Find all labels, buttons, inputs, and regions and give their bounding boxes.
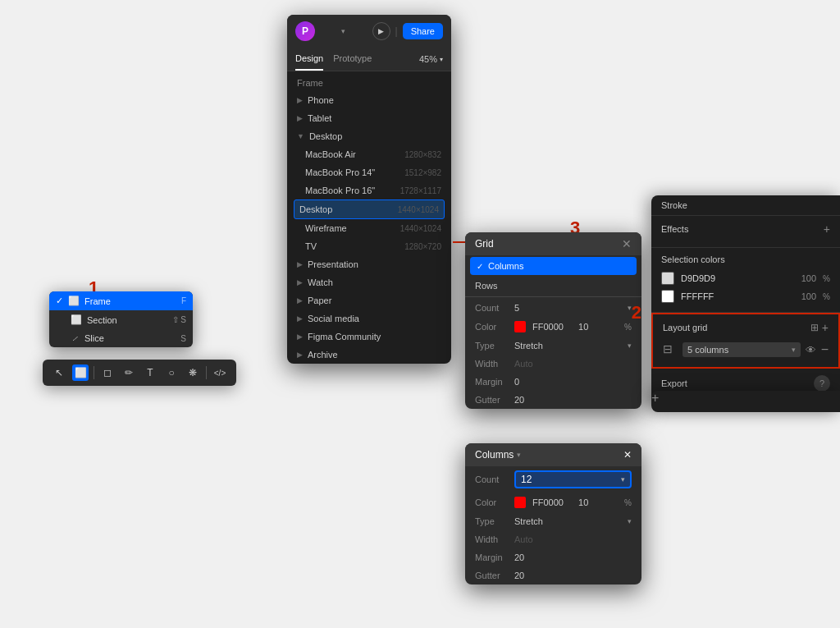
stroke-label: Stroke bbox=[661, 200, 687, 210]
nav-item-macbook-pro-14[interactable]: MacBook Pro 14" 1512×982 bbox=[287, 163, 451, 181]
gutter-label: Gutter bbox=[475, 571, 508, 580]
play-button[interactable]: ▶ bbox=[372, 22, 390, 40]
width-label: Width bbox=[475, 534, 508, 544]
type-row: Type Stretch ▾ bbox=[465, 512, 641, 530]
toolbar: ↖ ⬜ ◻ ✏ T ○ ❋ </> bbox=[43, 360, 236, 386]
chevron-right-icon: ▶ bbox=[297, 332, 303, 341]
check-icon: ✓ bbox=[56, 296, 63, 306]
color-swatch[interactable] bbox=[514, 321, 526, 332]
slice-icon: ⟋ bbox=[71, 333, 80, 343]
macbook-pro16-dim: 1728×1117 bbox=[400, 186, 441, 195]
text-tool[interactable]: T bbox=[142, 364, 158, 381]
close-icon[interactable]: ✕ bbox=[622, 237, 632, 250]
frame-menu-panel: ✓ ⬜ Frame F ⬜ Section ⇧ S ⟋ Slice S bbox=[49, 291, 193, 347]
macbook-air-label: MacBook Air bbox=[305, 149, 356, 159]
color-box-1[interactable] bbox=[661, 272, 674, 285]
count-value: 5 bbox=[514, 303, 621, 313]
nav-item-desktop[interactable]: Desktop 1440×1024 bbox=[294, 199, 445, 219]
ellipse-tool[interactable]: ○ bbox=[163, 364, 180, 381]
nav-item-paper[interactable]: ▶ Paper bbox=[287, 291, 451, 309]
presentation-label: Presentation bbox=[308, 259, 358, 269]
nav-item-watch[interactable]: ▶ Watch bbox=[287, 273, 451, 291]
frame-shortcut: F bbox=[181, 296, 186, 305]
color-opacity: 10 bbox=[578, 322, 618, 332]
width-label: Width bbox=[475, 359, 508, 369]
zoom-control[interactable]: 45% ▾ bbox=[419, 54, 443, 64]
add-effect-button[interactable]: + bbox=[824, 222, 830, 236]
share-button[interactable]: Share bbox=[403, 23, 443, 39]
minus-icon[interactable]: − bbox=[821, 342, 829, 357]
nav-item-social-media[interactable]: ▶ Social media bbox=[287, 309, 451, 328]
menu-item-frame[interactable]: ✓ ⬜ Frame F bbox=[49, 291, 193, 310]
grid-option-columns[interactable]: ✓ Columns bbox=[470, 257, 637, 275]
tabs-bar: Design Prototype 45% ▾ bbox=[287, 48, 451, 71]
social-media-label: Social media bbox=[308, 314, 359, 323]
chevron-right-icon: ▶ bbox=[297, 351, 303, 359]
right-panel: Stroke + Effects + Selection colors D9D9… bbox=[651, 195, 840, 405]
type-label: Type bbox=[475, 516, 508, 526]
gutter-value: 20 bbox=[514, 395, 632, 405]
chevron-down-icon: ▾ bbox=[628, 517, 632, 525]
component-tool[interactable]: ❋ bbox=[185, 364, 201, 381]
rect-tool[interactable]: ◻ bbox=[99, 364, 116, 381]
nav-item-desktop-group[interactable]: ▼ Desktop bbox=[287, 127, 451, 145]
count-value: 12 bbox=[521, 474, 532, 485]
code-tool[interactable]: </> bbox=[212, 364, 228, 381]
menu-item-slice[interactable]: ⟋ Slice S bbox=[49, 329, 193, 347]
grid-option-rows[interactable]: Rows bbox=[465, 277, 641, 295]
gutter-label: Gutter bbox=[475, 395, 508, 405]
section-header-frame: Frame bbox=[287, 71, 451, 91]
nav-item-tv[interactable]: TV 1280×720 bbox=[287, 237, 451, 255]
eye-icon[interactable]: 👁 bbox=[806, 344, 816, 356]
chevron-down-icon: ▾ bbox=[517, 451, 521, 459]
section-icon: ⬜ bbox=[71, 314, 82, 325]
frame-tool[interactable]: ⬜ bbox=[72, 364, 89, 381]
color-row: Color FF0000 10 % bbox=[465, 317, 641, 337]
nav-item-macbook-pro-16[interactable]: MacBook Pro 16" 1728×1117 bbox=[287, 181, 451, 199]
color-swatch[interactable] bbox=[514, 497, 526, 508]
color-box-2[interactable] bbox=[661, 290, 674, 303]
color-opacity-1: 100 bbox=[801, 273, 816, 283]
nav-item-tablet[interactable]: ▶ Tablet bbox=[287, 109, 451, 127]
label-2: 2 bbox=[632, 302, 641, 323]
grid-header: Grid ✕ bbox=[465, 232, 641, 255]
nav-item-wireframe[interactable]: Wireframe 1440×1024 bbox=[287, 219, 451, 237]
nav-item-archive[interactable]: ▶ Archive bbox=[287, 346, 451, 364]
phone-label: Phone bbox=[308, 95, 334, 105]
tab-design[interactable]: Design bbox=[295, 48, 323, 71]
chevron-right-icon: ▶ bbox=[297, 114, 303, 122]
macbook-air-dim: 1280×832 bbox=[404, 150, 441, 159]
type-row: Type Stretch ▾ bbox=[465, 337, 641, 355]
macbook-pro14-dim: 1512×982 bbox=[404, 168, 441, 177]
color-row-2: FFFFFF 100 % bbox=[661, 287, 830, 305]
columns-panel: Columns ▾ ✕ Count 12 ▾ Color FF0000 10 %… bbox=[465, 443, 641, 584]
menu-item-section[interactable]: ⬜ Section ⇧ S bbox=[49, 310, 193, 329]
pen-tool[interactable]: ✏ bbox=[121, 364, 137, 381]
grid-select[interactable]: 5 columns ▾ bbox=[682, 342, 801, 357]
nav-item-phone[interactable]: ▶ Phone bbox=[287, 91, 451, 109]
add-layout-grid-button[interactable]: + bbox=[822, 321, 829, 334]
add-stroke-button[interactable]: + bbox=[651, 391, 840, 412]
effects-section: Effects + bbox=[651, 216, 840, 248]
count-label: Count bbox=[475, 303, 508, 313]
margin-row: Margin 0 bbox=[465, 373, 641, 391]
width-row: Width Auto bbox=[465, 530, 641, 548]
tab-prototype[interactable]: Prototype bbox=[333, 48, 372, 71]
layout-grid-title: Layout grid ⊞ + bbox=[663, 321, 829, 334]
nav-item-macbook-air[interactable]: MacBook Air 1280×832 bbox=[287, 145, 451, 163]
top-bar-right: ▶ | Share bbox=[372, 22, 443, 40]
margin-label: Margin bbox=[475, 377, 508, 387]
selection-colors-title: Selection colors bbox=[661, 254, 830, 264]
col-header-left: Columns ▾ bbox=[475, 449, 521, 461]
cursor-tool[interactable]: ↖ bbox=[51, 364, 67, 381]
close-icon[interactable]: ✕ bbox=[623, 449, 632, 461]
nav-item-presentation[interactable]: ▶ Presentation bbox=[287, 255, 451, 273]
archive-label: Archive bbox=[308, 350, 338, 360]
chevron-right-icon: ▶ bbox=[297, 96, 303, 104]
count-input-highlighted[interactable]: 12 ▾ bbox=[514, 470, 632, 488]
help-button[interactable]: ? bbox=[814, 375, 830, 392]
watch-label: Watch bbox=[308, 277, 333, 287]
width-row: Width Auto bbox=[465, 355, 641, 373]
nav-item-figma-community[interactable]: ▶ Figma Community bbox=[287, 328, 451, 346]
margin-value: 20 bbox=[514, 552, 632, 562]
